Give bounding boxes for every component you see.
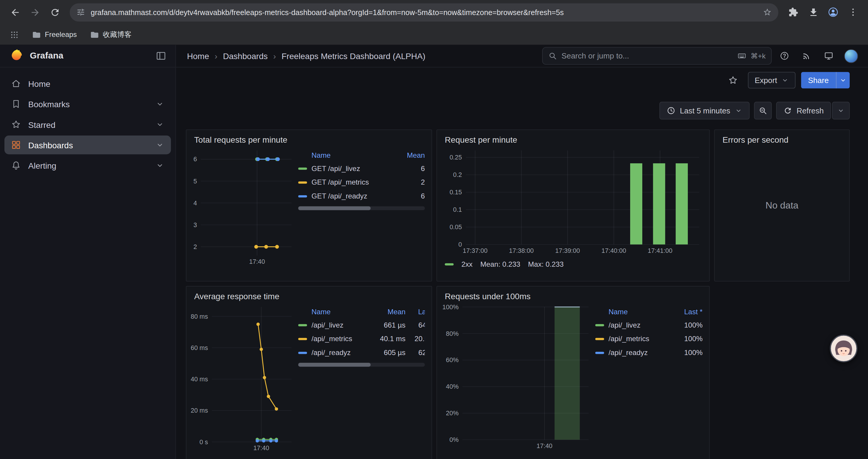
search-box[interactable]: ⌘+k [542,47,772,65]
svg-text:0.15: 0.15 [450,189,462,196]
series-color-swatch [445,263,454,265]
panel-title[interactable]: Total requests per minute [186,130,432,146]
chevron-down-icon[interactable] [155,120,164,129]
sidebar-header: Grafana [0,45,176,68]
bookmark-folder-freeleaps[interactable]: Freeleaps [29,28,80,41]
breadcrumb-home[interactable]: Home [187,51,209,61]
share-button[interactable]: Share [801,72,836,88]
legend-header-last[interactable]: Last * [670,307,703,316]
reload-icon [50,7,60,18]
legend-header-name[interactable]: Name [609,307,671,316]
legend-header-name[interactable]: Name [311,307,370,316]
url-bar[interactable]: grafana.mathmast.com/d/deytv4rwavabkb/fr… [70,3,778,21]
browser-chrome: grafana.mathmast.com/d/deytv4rwavabkb/fr… [0,0,868,45]
legend-header-name[interactable]: Name [311,151,399,159]
sidebar-item-dashboards[interactable]: Dashboards [4,136,171,155]
scrollbar-thumb[interactable] [298,363,370,366]
legend-row[interactable]: GET /api/_livez 6 [298,162,425,175]
svg-text:17:41:00: 17:41:00 [648,247,673,254]
downloads-button[interactable] [804,3,823,22]
chevron-down-icon [839,76,847,84]
display-button[interactable] [819,46,838,65]
site-settings-icon[interactable] [76,8,85,17]
collapse-sidebar-icon[interactable] [155,50,166,61]
zoom-out-icon [758,106,767,115]
legend-row[interactable]: /api/_readyz 100% [595,346,703,359]
home-icon [11,78,21,89]
share-split-button: Share [801,72,850,88]
panel-title[interactable]: Request per minute [437,130,709,146]
bar-chart-requests-under-100ms[interactable]: 100%80%60%40%20%0%17:40 [437,302,592,451]
legend-row[interactable]: GET /api/_metrics 2 [298,175,425,189]
profile-button[interactable] [824,3,843,22]
legend-header-last[interactable]: Last * [406,307,425,316]
bookmark-star-icon[interactable] [763,8,772,17]
refresh-button[interactable]: Refresh [776,102,831,120]
star-icon [728,75,738,85]
legend-row[interactable]: /api/_metrics 100% [595,332,703,346]
legend-row[interactable]: /api/_readyz 605 µs 620 µ [298,346,425,359]
legend-row[interactable]: GET /api/_readyz 6 [298,189,425,203]
breadcrumb-dashboards[interactable]: Dashboards [223,51,268,61]
search-input[interactable] [562,52,733,60]
refresh-split-button: Refresh [776,102,850,120]
scrollbar-thumb[interactable] [298,206,370,210]
favorite-dashboard-button[interactable] [724,71,743,90]
panel-title[interactable]: Errors per second [715,130,849,146]
zoom-out-button[interactable] [754,102,772,120]
extensions-button[interactable] [784,3,803,22]
browser-menu-button[interactable] [844,3,863,22]
screen: grafana.mathmast.com/d/deytv4rwavabkb/fr… [0,0,868,459]
extensions-icon [788,7,798,17]
apps-grid-button[interactable] [6,27,22,42]
legend-header-mean[interactable]: Mean [399,151,425,159]
legend-header-mean[interactable]: Mean [370,307,406,316]
forward-button[interactable] [25,3,44,22]
chevron-down-icon[interactable] [155,161,164,170]
news-button[interactable] [797,46,816,65]
share-dropdown-button[interactable] [836,72,850,88]
refresh-interval-dropdown[interactable] [832,102,850,120]
svg-text:40 ms: 40 ms [191,376,208,383]
time-range-picker[interactable]: Last 5 minutes [659,102,749,120]
series-color-swatch [595,352,604,354]
bookmarks-bar: Freeleaps 收藏博客 [0,24,868,44]
sidebar-item-home[interactable]: Home [4,74,171,93]
reload-button[interactable] [45,3,64,22]
sidebar-item-bookmarks[interactable]: Bookmarks [4,95,171,113]
grafana-logo[interactable] [9,49,23,63]
legend-row[interactable]: /api/_livez 661 µs 646 µ [298,318,425,332]
panel-title[interactable]: Requests under 100ms [437,287,709,302]
bookmark-folder-blogs[interactable]: 收藏博客 [87,28,135,42]
help-icon [779,51,789,61]
chevron-down-icon[interactable] [155,140,164,150]
svg-text:17:40: 17:40 [253,445,269,452]
avatar-illustration [831,336,856,361]
export-button[interactable]: Export [748,72,795,88]
assistant-avatar[interactable] [830,335,858,362]
chevron-down-icon [837,107,845,114]
legend-row[interactable]: /api/_metrics 40.1 ms 20.5 m [298,332,425,346]
panel-requests-under-100ms: Requests under 100ms 100%80%60%40%20%0%1… [436,286,710,459]
back-button[interactable] [6,3,25,22]
help-button[interactable] [775,46,794,65]
user-profile-button[interactable] [841,46,860,65]
legend-horizontal-scrollbar[interactable] [298,363,425,366]
chevron-down-icon[interactable] [155,100,164,108]
line-chart-total-requests[interactable]: 6543217:40 [186,146,295,266]
sidebar-item-starred[interactable]: Starred [4,115,171,134]
bar-chart-request-per-minute[interactable]: 0.250.20.150.10.05017:37:0017:38:0017:39… [444,146,703,256]
breadcrumb: Home › Dashboards › Freeleaps Metrics Da… [187,51,539,61]
legend-inline[interactable]: 2xx Mean: 0.233 Max: 0.233 [445,260,701,268]
legend-row[interactable]: /api/_livez 100% [595,318,703,332]
line-chart-average-response-time[interactable]: 80 ms60 ms40 ms20 ms0 s17:40 [186,302,295,453]
panel-title[interactable]: Average response time [186,287,432,302]
svg-text:17:38:00: 17:38:00 [509,247,534,254]
refresh-label: Refresh [797,106,824,115]
no-data-message: No data [715,146,849,265]
series-max: Max: 0.233 [528,260,563,268]
series-color-swatch [298,352,307,354]
time-range-label: Last 5 minutes [680,106,730,115]
legend-horizontal-scrollbar[interactable] [298,206,425,210]
sidebar-item-alerting[interactable]: Alerting [4,156,171,175]
